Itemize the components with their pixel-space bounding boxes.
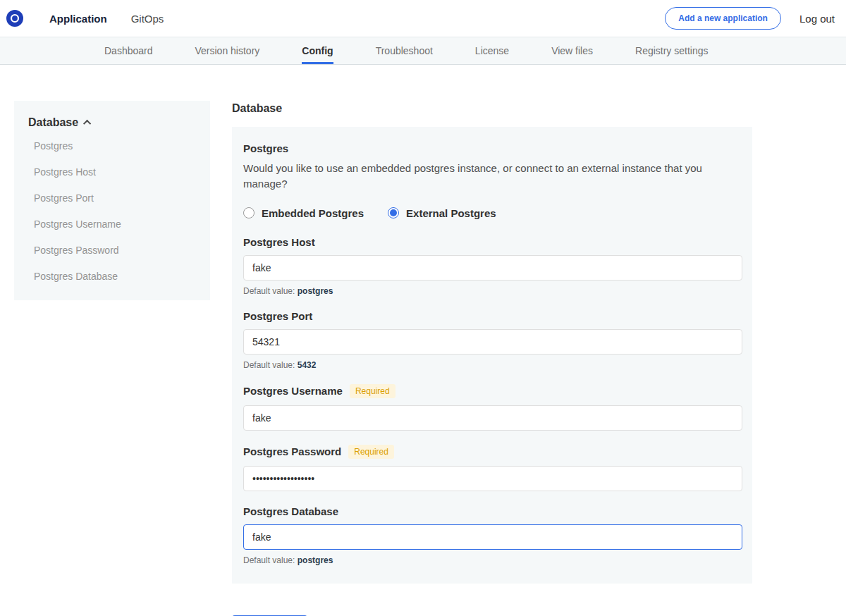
default-value-helper: Default value: 5432	[243, 360, 742, 370]
field-label-text: Postgres Host	[243, 236, 315, 248]
subnav-registry-settings[interactable]: Registry settings	[635, 37, 708, 64]
default-value: postgres	[298, 555, 333, 565]
required-badge: Required	[348, 445, 394, 459]
subnav-view-files[interactable]: View files	[551, 37, 593, 64]
sidebar-group-label: Database	[28, 116, 78, 129]
field-postgres-password: Postgres Password Required	[243, 445, 742, 491]
sidebar-item-postgres-password[interactable]: Postgres Password	[34, 245, 196, 256]
field-postgres-database: Postgres Database Default value: postgre…	[243, 505, 742, 565]
default-value: postgres	[298, 286, 333, 296]
default-label: Default value:	[243, 555, 295, 565]
top-nav: Application GitOps Add a new application…	[0, 0, 846, 37]
postgres-password-input[interactable]	[243, 466, 742, 491]
postgres-username-input[interactable]	[243, 405, 742, 431]
config-page: Database Postgres Postgres Host Postgres…	[0, 101, 846, 616]
sidebar-group-database[interactable]: Database	[28, 116, 196, 129]
section-title: Database	[232, 102, 752, 115]
sidebar-item-list: Postgres Postgres Host Postgres Port Pos…	[28, 140, 196, 282]
field-label-text: Postgres Username	[243, 385, 343, 397]
field-postgres-username: Postgres Username Required	[243, 384, 742, 431]
default-label: Default value:	[243, 360, 295, 370]
field-label-text: Postgres Database	[243, 505, 338, 517]
postgres-database-input[interactable]	[243, 524, 742, 550]
radio-unselected-icon[interactable]	[243, 207, 255, 218]
subnav-dashboard[interactable]: Dashboard	[104, 37, 153, 64]
group-title: Postgres	[243, 142, 742, 154]
radio-external-label: External Postgres	[406, 207, 496, 219]
subnav-config[interactable]: Config	[302, 37, 333, 64]
field-postgres-port: Postgres Port Default value: 5432	[243, 310, 742, 370]
logout-button[interactable]: Log out	[799, 13, 835, 25]
sidebar-item-postgres-username[interactable]: Postgres Username	[34, 218, 196, 230]
postgres-radio-group: Embedded Postgres External Postgres	[243, 207, 742, 219]
add-application-button[interactable]: Add a new application	[665, 7, 781, 30]
default-value-helper: Default value: postgres	[243, 286, 742, 296]
field-label: Postgres Host	[243, 236, 742, 248]
sidebar-item-postgres-host[interactable]: Postgres Host	[34, 166, 196, 178]
field-label: Postgres Database	[243, 505, 742, 517]
field-label: Postgres Port	[243, 310, 742, 322]
default-label: Default value:	[243, 286, 295, 296]
radio-embedded-postgres[interactable]: Embedded Postgres	[243, 207, 364, 219]
field-label-text: Postgres Port	[243, 310, 312, 322]
app-logo-icon	[6, 9, 24, 27]
chevron-up-icon	[83, 120, 91, 128]
default-value-helper: Default value: postgres	[243, 555, 742, 565]
required-badge: Required	[350, 384, 396, 398]
field-postgres-host: Postgres Host Default value: postgres	[243, 236, 742, 296]
tab-application[interactable]: Application	[48, 8, 109, 29]
group-description: Would you like to use an embedded postgr…	[243, 161, 742, 192]
radio-external-postgres[interactable]: External Postgres	[388, 207, 496, 219]
field-label-text: Postgres Password	[243, 445, 341, 457]
subnav-version-history[interactable]: Version history	[195, 37, 260, 64]
config-main: Database Postgres Would you like to use …	[232, 101, 752, 616]
radio-embedded-label: Embedded Postgres	[262, 207, 364, 219]
tab-gitops[interactable]: GitOps	[130, 8, 166, 29]
app-subnav: Dashboard Version history Config Trouble…	[0, 37, 846, 65]
postgres-host-input[interactable]	[243, 255, 742, 281]
subnav-license[interactable]: License	[475, 37, 509, 64]
radio-selected-icon[interactable]	[388, 207, 399, 218]
field-label: Postgres Password Required	[243, 445, 742, 459]
sidebar-item-postgres-database[interactable]: Postgres Database	[34, 271, 196, 282]
default-value: 5432	[298, 360, 317, 370]
sidebar-item-postgres[interactable]: Postgres	[34, 140, 196, 152]
sidebar-item-postgres-port[interactable]: Postgres Port	[34, 192, 196, 204]
field-label: Postgres Username Required	[243, 384, 742, 398]
subnav-troubleshoot[interactable]: Troubleshoot	[376, 37, 433, 64]
postgres-port-input[interactable]	[243, 329, 742, 355]
config-group-panel: Postgres Would you like to use an embedd…	[232, 127, 752, 584]
config-sidebar: Database Postgres Postgres Host Postgres…	[14, 101, 210, 300]
